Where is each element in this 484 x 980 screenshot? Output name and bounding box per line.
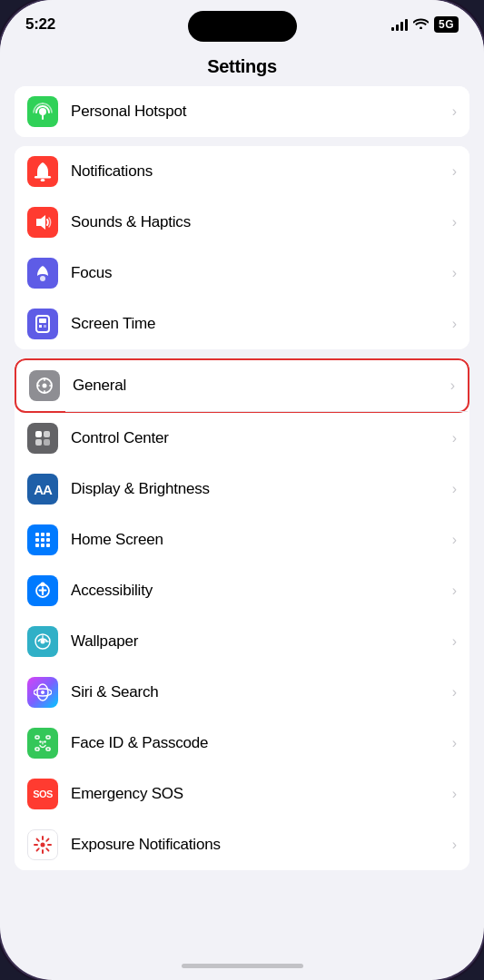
svg-point-42 xyxy=(39,740,41,742)
control-center-label: Control Center xyxy=(71,429,452,447)
svg-rect-24 xyxy=(41,538,44,542)
svg-rect-41 xyxy=(46,748,50,750)
screen-time-label: Screen Time xyxy=(71,315,452,333)
settings-row-focus[interactable]: Focus › xyxy=(15,248,469,299)
siri-search-icon xyxy=(27,677,58,708)
signal-bars-icon xyxy=(391,19,408,31)
settings-row-wallpaper[interactable]: Wallpaper › xyxy=(15,616,469,667)
status-icons: 5G xyxy=(391,16,459,33)
svg-rect-26 xyxy=(35,544,39,547)
notifications-label: Notifications xyxy=(71,162,452,181)
page-title: Settings xyxy=(207,56,277,76)
siri-search-label: Siri & Search xyxy=(71,683,452,701)
settings-content[interactable]: Personal Hotspot › Notifications xyxy=(0,86,484,951)
svg-rect-38 xyxy=(35,736,39,739)
wifi-icon xyxy=(413,17,429,32)
svg-rect-13 xyxy=(44,390,45,393)
svg-rect-22 xyxy=(46,533,50,536)
accessibility-icon xyxy=(27,575,58,606)
settings-row-screen-time[interactable]: Screen Time › xyxy=(15,299,469,349)
svg-line-53 xyxy=(37,848,39,850)
chevron-icon: › xyxy=(452,786,457,802)
chevron-icon: › xyxy=(452,214,457,230)
svg-rect-21 xyxy=(41,533,44,536)
svg-rect-28 xyxy=(46,544,50,547)
settings-group-notifications: Notifications › Sounds & Haptics › xyxy=(15,146,469,349)
status-time: 5:22 xyxy=(25,15,55,34)
settings-row-display-brightness[interactable]: AA Display & Brightness › xyxy=(15,464,469,514)
chevron-icon: › xyxy=(452,481,457,497)
chevron-icon: › xyxy=(452,265,457,281)
svg-rect-1 xyxy=(42,114,44,120)
svg-point-43 xyxy=(44,740,45,742)
settings-row-notifications[interactable]: Notifications › xyxy=(15,146,469,197)
svg-rect-27 xyxy=(41,544,44,547)
screen-time-icon xyxy=(27,309,58,339)
settings-row-control-center[interactable]: Control Center › xyxy=(15,413,469,464)
emergency-sos-label: Emergency SOS xyxy=(71,785,452,803)
emergency-sos-icon: SOS xyxy=(27,779,58,809)
svg-rect-6 xyxy=(36,316,49,332)
chevron-icon: › xyxy=(452,684,457,701)
dynamic-island xyxy=(188,11,297,42)
settings-row-accessibility[interactable]: Accessibility › xyxy=(15,565,469,616)
svg-line-50 xyxy=(37,839,39,841)
chevron-icon: › xyxy=(452,163,457,180)
personal-hotspot-label: Personal Hotspot xyxy=(71,103,452,121)
status-bar: 5:22 5G xyxy=(0,0,484,49)
settings-row-siri-search[interactable]: Siri & Search › xyxy=(15,667,469,718)
nav-bar: Settings xyxy=(0,49,484,86)
svg-marker-4 xyxy=(36,215,45,230)
svg-rect-9 xyxy=(44,325,46,328)
chevron-icon: › xyxy=(452,837,457,853)
home-indicator xyxy=(0,951,484,980)
svg-rect-18 xyxy=(35,439,42,446)
svg-rect-39 xyxy=(46,736,50,739)
settings-row-personal-hotspot[interactable]: Personal Hotspot › xyxy=(15,86,469,137)
screen: 5:22 5G Settings xyxy=(0,0,484,980)
svg-rect-20 xyxy=(35,533,39,536)
exposure-notifications-icon xyxy=(27,829,58,860)
settings-row-face-id[interactable]: Face ID & Passcode › xyxy=(15,718,469,769)
settings-row-general[interactable]: General › xyxy=(15,358,469,413)
face-id-label: Face ID & Passcode xyxy=(71,734,452,752)
svg-rect-40 xyxy=(35,748,39,750)
chevron-icon: › xyxy=(452,583,457,599)
settings-group-hotspot: Personal Hotspot › xyxy=(15,86,469,137)
svg-point-11 xyxy=(43,384,47,388)
svg-point-0 xyxy=(39,108,46,115)
settings-row-sounds-haptics[interactable]: Sounds & Haptics › xyxy=(15,197,469,248)
settings-row-home-screen[interactable]: Home Screen › xyxy=(15,514,469,565)
svg-line-52 xyxy=(46,839,48,841)
svg-rect-23 xyxy=(35,538,39,542)
chevron-icon: › xyxy=(452,735,457,751)
svg-rect-14 xyxy=(37,385,40,387)
svg-rect-15 xyxy=(49,385,52,387)
home-screen-label: Home Screen xyxy=(71,531,452,549)
personal-hotspot-icon xyxy=(27,96,58,127)
face-id-icon xyxy=(27,728,58,759)
chevron-icon: › xyxy=(452,532,457,548)
focus-label: Focus xyxy=(71,264,452,282)
svg-line-51 xyxy=(46,848,48,850)
general-label: General xyxy=(73,377,450,395)
svg-point-5 xyxy=(40,276,45,281)
home-bar xyxy=(182,964,303,968)
svg-point-37 xyxy=(41,691,44,694)
notifications-icon xyxy=(27,156,58,187)
exposure-notifications-label: Exposure Notifications xyxy=(71,836,452,854)
chevron-icon: › xyxy=(452,103,457,120)
svg-point-45 xyxy=(41,843,45,848)
settings-row-exposure-notifications[interactable]: Exposure Notifications › xyxy=(15,819,469,870)
svg-rect-12 xyxy=(44,378,45,381)
settings-group-general: General › Control Center › xyxy=(15,358,469,870)
svg-rect-2 xyxy=(35,176,51,179)
wallpaper-label: Wallpaper xyxy=(71,632,452,651)
home-screen-icon xyxy=(27,524,58,555)
svg-point-3 xyxy=(41,179,45,181)
settings-row-emergency-sos[interactable]: SOS Emergency SOS › xyxy=(15,769,469,819)
general-icon xyxy=(29,370,60,401)
accessibility-label: Accessibility xyxy=(71,582,452,600)
control-center-icon xyxy=(27,423,58,454)
svg-rect-25 xyxy=(46,538,50,542)
